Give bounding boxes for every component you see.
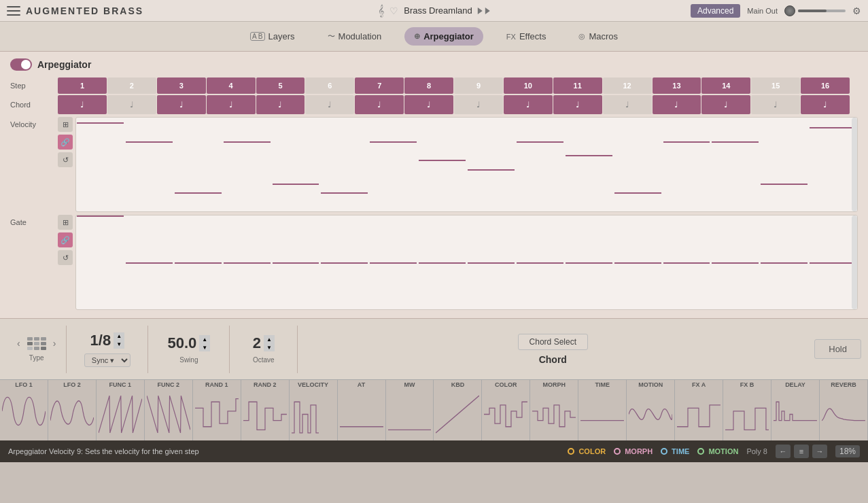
nav-list-btn[interactable]: ≡ [794,445,809,458]
velocity-bar-4[interactable] [223,118,271,211]
step-cell-7[interactable]: 7 [355,77,404,94]
type-prev-btn[interactable]: ‹ [17,338,20,349]
step-cell-12[interactable]: 12 [603,77,652,94]
velocity-bar-1[interactable] [76,118,124,211]
gate-bar-14[interactable] [711,215,759,309]
mod-channel-kbd[interactable]: KBD [434,380,482,440]
velocity-bar-9[interactable] [467,118,515,211]
swing-up-btn[interactable]: ▲ [199,335,210,343]
velocity-bar-14[interactable] [711,118,759,211]
motion-indicator[interactable]: MOTION [697,447,738,455]
velocity-bar-6[interactable] [320,118,368,211]
mod-channel-color[interactable]: COLOR [482,380,530,440]
gate-bar-4[interactable] [223,215,271,309]
chord-cell-3[interactable]: ♩ [157,95,206,114]
gate-bar-9[interactable] [467,215,515,309]
step-cell-13[interactable]: 13 [653,77,701,94]
velocity-bar-10[interactable] [516,118,564,211]
mod-channel-fx-b[interactable]: FX B [723,380,771,440]
tab-effects[interactable]: FX Effects [497,27,556,46]
mod-channel-motion[interactable]: MOTION [627,380,675,440]
step-cell-9[interactable]: 9 [454,77,503,94]
gate-bar-11[interactable] [565,215,613,309]
chord-cell-15[interactable]: ♩ [751,95,800,114]
gate-grid-btn[interactable]: ⊞ [58,215,73,230]
gate-bar-7[interactable] [369,215,417,309]
velocity-refresh-btn[interactable]: ↺ [58,152,73,167]
chord-cell-8[interactable]: ♩ [404,95,453,114]
volume-bar[interactable] [798,10,846,12]
chord-cell-6[interactable]: ♩ [305,95,354,114]
nav-back-btn[interactable]: ← [776,445,791,458]
mod-channel-mw[interactable]: MW [386,380,434,440]
velocity-bar-3[interactable] [174,118,222,211]
gate-scrollbar[interactable] [852,215,857,309]
velocity-scrollbar[interactable] [852,118,857,211]
velocity-canvas[interactable] [75,117,858,212]
gate-bar-12[interactable] [614,215,662,309]
tab-modulation[interactable]: 〜 Modulation [318,27,392,46]
rate-down-btn[interactable]: ▼ [114,341,124,349]
velocity-link-btn[interactable]: 🔗 [58,135,73,150]
chord-select-button[interactable]: Chord Select [518,334,588,350]
chord-cell-12[interactable]: ♩ [603,95,652,114]
chord-cell-1[interactable]: ♩ [58,95,107,114]
gate-bar-6[interactable] [320,215,368,309]
gate-bar-8[interactable] [418,215,466,309]
gate-canvas[interactable] [75,215,858,310]
step-cell-3[interactable]: 3 [157,77,206,94]
chord-cell-10[interactable]: ♩ [504,95,553,114]
time-indicator[interactable]: TIME [661,447,689,455]
chord-cell-13[interactable]: ♩ [653,95,701,114]
settings-icon[interactable]: ⚙ [852,5,861,16]
sync-select[interactable]: Sync ▾ Free [84,353,131,367]
velocity-grid-btn[interactable]: ⊞ [58,117,73,132]
gate-bar-5[interactable] [272,215,320,309]
step-cell-2[interactable]: 2 [107,77,156,94]
mod-channel-rand-1[interactable]: RAND 1 [193,380,241,440]
mod-channel-reverb[interactable]: REVERB [820,380,868,440]
color-indicator[interactable]: COLOR [568,447,606,455]
gate-bar-2[interactable] [125,215,173,309]
mod-channel-velocity[interactable]: VELOCITY [290,380,338,440]
mod-channel-at[interactable]: AT [338,380,386,440]
mod-channel-fx-a[interactable]: FX A [675,380,723,440]
mod-channel-delay[interactable]: DELAY [771,380,820,440]
volume-knob[interactable] [784,5,795,16]
step-cell-1[interactable]: 1 [58,77,107,94]
tab-macros[interactable]: ◎ Macros [569,27,627,46]
gate-bar-10[interactable] [516,215,564,309]
velocity-bar-11[interactable] [565,118,613,211]
mod-channel-func-1[interactable]: FUNC 1 [97,380,145,440]
gate-bar-3[interactable] [174,215,222,309]
mod-channel-time[interactable]: TIME [578,380,627,440]
velocity-bar-15[interactable] [760,118,808,211]
arp-toggle[interactable] [10,58,32,71]
velocity-bar-16[interactable] [809,118,857,211]
tab-arpeggiator[interactable]: ⊕ Arpeggiator [404,27,483,46]
hold-button[interactable]: Hold [814,339,861,359]
chord-cell-9[interactable]: ♩ [454,95,503,114]
gate-bar-13[interactable] [663,215,711,309]
volume-slider[interactable] [784,5,846,16]
mod-channel-func-2[interactable]: FUNC 2 [145,380,193,440]
nav-forward-btn[interactable]: → [812,445,827,458]
gate-bar-16[interactable] [809,215,857,309]
velocity-bar-2[interactable] [125,118,173,211]
velocity-bar-12[interactable] [614,118,662,211]
step-cell-5[interactable]: 5 [256,77,305,94]
velocity-bar-8[interactable] [418,118,466,211]
octave-up-btn[interactable]: ▲ [264,335,275,343]
chord-cell-7[interactable]: ♩ [355,95,404,114]
step-cell-15[interactable]: 15 [751,77,800,94]
morph-indicator[interactable]: MORPH [614,447,653,455]
preset-next-arrow[interactable] [485,7,490,14]
type-next-btn[interactable]: › [53,338,56,349]
tab-layers[interactable]: A B Layers [241,27,305,46]
chord-cell-11[interactable]: ♩ [553,95,602,114]
mod-channel-rand-2[interactable]: RAND 2 [241,380,290,440]
advanced-button[interactable]: Advanced [691,4,740,18]
preset-prev-arrow[interactable] [478,7,483,14]
mod-channel-lfo-2[interactable]: LFO 2 [48,380,97,440]
step-cell-11[interactable]: 11 [553,77,602,94]
